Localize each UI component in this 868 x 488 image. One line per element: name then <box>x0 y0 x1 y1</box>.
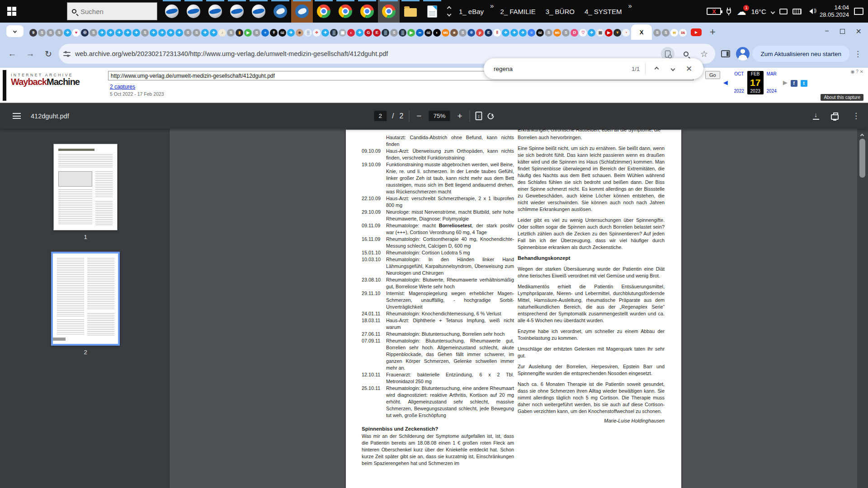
tab-favicon[interactable]: S <box>227 29 235 37</box>
taskbar-app-globe[interactable] <box>161 0 183 23</box>
tab-favicon[interactable]: MG <box>553 29 561 37</box>
tab-favicon[interactable]: ▶ <box>605 29 613 37</box>
new-tab-button[interactable]: + <box>710 27 716 37</box>
zoom-level[interactable]: 75% <box>429 111 450 121</box>
tab-favicon[interactable]: ✈ <box>201 29 209 37</box>
plug-icon[interactable] <box>726 7 731 15</box>
find-query-input[interactable]: regena <box>494 66 632 72</box>
tab-favicon[interactable]: ✈ <box>510 29 518 37</box>
tab-favicon[interactable]: ≡ <box>528 29 535 37</box>
twitter-share-icon[interactable]: t <box>801 80 807 87</box>
tab-favicon[interactable]: S <box>193 29 200 37</box>
find-previous-button[interactable] <box>648 61 665 77</box>
tab-favicon[interactable]: ▓ <box>330 29 338 37</box>
tab-favicon[interactable]: GZ <box>536 29 544 37</box>
tab-favicon[interactable]: S <box>184 29 192 37</box>
url-text[interactable]: web.archive.org/web/20230217231340/http:… <box>75 50 656 57</box>
weather-icon[interactable]: ☁1 <box>736 7 746 16</box>
tab-favicon[interactable]: ▶ <box>407 29 415 37</box>
battery-icon[interactable]: X <box>707 8 721 15</box>
tab-favicon[interactable]: ✈ <box>150 29 157 37</box>
taskbar-app-globe[interactable] <box>248 0 269 23</box>
scroll-up-arrow[interactable] <box>861 131 863 139</box>
taskbar-app-globe[interactable] <box>204 0 226 23</box>
back-button[interactable]: ← <box>5 46 20 61</box>
tab-favicon[interactable]: ☻ <box>450 29 458 37</box>
tab-favicon[interactable]: S <box>47 29 54 37</box>
taskbar-app-globe[interactable] <box>183 0 204 23</box>
tab-favicon[interactable]: S <box>459 29 467 37</box>
scrollbar-thumb[interactable] <box>859 139 865 178</box>
taskbar-app-tbird[interactable] <box>291 0 313 23</box>
year-2024[interactable]: 2024 <box>764 89 780 94</box>
taskbar-app-globe[interactable] <box>226 0 248 23</box>
pdf-menu-icon[interactable] <box>13 113 21 119</box>
captures-link[interactable]: 2 captures <box>110 84 135 90</box>
year-2022[interactable]: 2022 <box>731 89 747 94</box>
download-icon[interactable] <box>813 113 819 120</box>
taskbar-app-chromeg[interactable] <box>378 0 400 23</box>
toolbar-overflow-arrows[interactable] <box>448 0 451 23</box>
capture-calendar[interactable]: OCT02022 FEB172023 MAR02024 <box>731 71 780 94</box>
tab-favicon[interactable]: ∞ <box>416 29 424 37</box>
maximize-button[interactable] <box>840 29 845 34</box>
tab-favicon[interactable]: ✈ <box>287 29 295 37</box>
toolbar-ebay[interactable]: 1_ eBay <box>455 8 487 15</box>
tray-chevron-icon[interactable] <box>770 10 775 14</box>
go-button[interactable]: Go <box>705 71 720 79</box>
bookmark-star-icon[interactable]: ☆ <box>697 47 711 61</box>
tab-favicon[interactable]: ▦ <box>596 29 604 37</box>
tab-favicon[interactable]: ● <box>261 29 269 37</box>
facebook-share-icon[interactable]: f <box>791 80 797 87</box>
tab-favicon[interactable]: ✝ <box>270 29 278 37</box>
taskbar-app-libre[interactable] <box>421 0 443 23</box>
page-thumbnail-1[interactable] <box>53 144 118 230</box>
find-next-button[interactable] <box>665 61 681 77</box>
tab-favicon[interactable]: D <box>571 29 578 37</box>
tab-favicon[interactable]: 9 <box>29 29 37 37</box>
tab-favicon[interactable]: ✈ <box>124 29 132 37</box>
tab-favicon[interactable]: ▒ <box>304 29 312 37</box>
tab-favicon[interactable]: ‖ <box>493 29 501 37</box>
tab-favicon[interactable]: G <box>364 29 372 37</box>
tab-favicon[interactable]: E <box>485 29 492 37</box>
tab-favicon[interactable]: S <box>38 29 46 37</box>
minimize-button[interactable]: − <box>825 27 829 35</box>
tab-favicon[interactable]: GZ <box>278 29 286 37</box>
temperature-label[interactable]: 16°C <box>751 8 766 15</box>
tab-favicon[interactable]: p <box>476 29 484 37</box>
taskbar-app-chrome[interactable] <box>335 0 356 23</box>
tab-favicon[interactable]: r. <box>347 29 355 37</box>
tab-favicon[interactable]: ♡ <box>579 29 587 37</box>
tab-favicon[interactable]: ▶ <box>244 29 252 37</box>
tab-favicon[interactable]: ✈ <box>210 29 217 37</box>
tab-favicon[interactable]: S <box>662 29 670 37</box>
tab-favicon[interactable]: S <box>545 29 552 37</box>
zoom-in-button[interactable]: + <box>455 111 464 121</box>
tab-favicon[interactable]: ✈ <box>321 29 329 37</box>
close-button[interactable]: ✕ <box>856 27 862 36</box>
tab-favicon[interactable]: ▮ <box>236 29 243 37</box>
tab-favicon[interactable]: ✈ <box>519 29 527 37</box>
profile-avatar[interactable] <box>736 47 750 61</box>
tab-favicon[interactable]: ✈ <box>115 29 123 37</box>
notification-center-icon[interactable] <box>854 8 863 15</box>
tab-favicon[interactable]: ▣ <box>339 29 346 37</box>
tab-favicon[interactable]: S <box>653 29 661 37</box>
taskbar-app-chrome[interactable] <box>313 0 335 23</box>
tab-favicon[interactable]: ▓ <box>399 29 406 37</box>
month-oct[interactable]: OCT <box>731 71 747 76</box>
chevron-expand-icon[interactable]: » <box>490 2 494 9</box>
tab-search-button[interactable] <box>6 25 24 37</box>
tab-favicon[interactable]: ✠ <box>81 29 89 37</box>
clock[interactable]: 14:04 28.05.2024 <box>820 4 849 19</box>
zoom-out-button[interactable]: − <box>415 111 423 121</box>
keyboard-icon[interactable] <box>793 9 802 14</box>
tab-favicon[interactable]: S <box>90 29 97 37</box>
tab-favicon[interactable]: ♪ <box>218 29 226 37</box>
toolbar-system[interactable]: 4_ SYSTEM <box>581 8 626 15</box>
tab-favicon[interactable]: ◔ <box>622 29 630 37</box>
pdf-more-menu-icon[interactable]: ⋮ <box>850 111 862 121</box>
active-tab[interactable]: X <box>631 24 652 40</box>
about-this-capture-label[interactable]: About this capture <box>821 94 863 101</box>
